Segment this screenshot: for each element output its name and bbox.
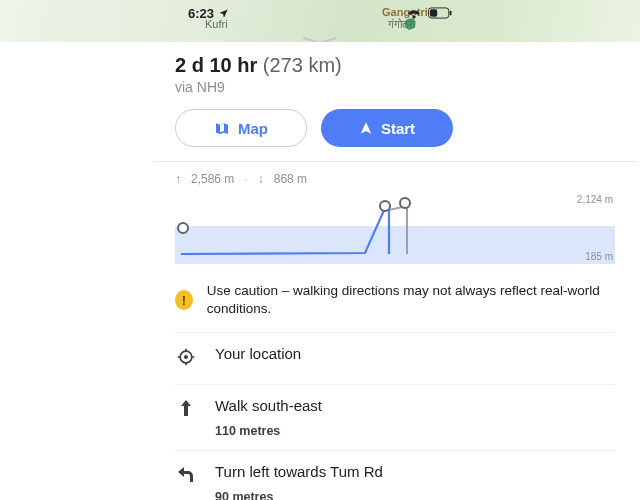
start-button[interactable]: Start: [321, 109, 453, 147]
descent-value: 868 m: [274, 172, 307, 186]
warning-icon: !: [175, 290, 193, 310]
divider: [153, 161, 637, 162]
route-title: 2 d 10 hr (273 km): [175, 54, 615, 77]
elevation-end-dot: [399, 197, 411, 209]
descent-icon: ↓: [258, 172, 264, 186]
map-button-label: Map: [238, 120, 268, 137]
elevation-line: [175, 194, 475, 264]
route-distance: (273 km): [263, 54, 342, 76]
location-services-icon: [218, 8, 229, 19]
start-button-label: Start: [381, 120, 415, 137]
screen: { "status_bar":{"time":"6:23","map_label…: [0, 0, 640, 500]
turn-left-icon: [175, 463, 197, 483]
direction-distance: 110 metres: [215, 424, 322, 438]
warning-text: Use caution – walking directions may not…: [207, 282, 615, 318]
locate-icon: [175, 345, 197, 367]
arrow-up-icon: [175, 397, 197, 417]
direction-title: Walk south-east: [215, 397, 322, 414]
route-duration: 2 d 10 hr: [175, 54, 257, 76]
elevation-summary: ↑2,586 m · ↓868 m: [175, 172, 615, 186]
map-button[interactable]: Map: [175, 109, 307, 147]
direction-step[interactable]: Turn left towards Tum Rd 90 metres: [175, 450, 615, 500]
direction-step[interactable]: Walk south-east 110 metres: [175, 384, 615, 450]
direction-distance: 90 metres: [215, 490, 383, 500]
ascent-value: 2,586 m: [191, 172, 234, 186]
status-time: 6:23: [188, 6, 214, 21]
direction-title: Your location: [215, 345, 301, 362]
direction-title: Turn left towards Tum Rd: [215, 463, 383, 480]
direction-step[interactable]: Your location: [175, 332, 615, 384]
battery-icon: [428, 7, 452, 19]
route-sheet: 2 d 10 hr (273 km) via NH9 Map Start ↑2,…: [0, 42, 640, 500]
wifi-icon: [406, 7, 422, 19]
elevation-waypoint-dot: [379, 200, 391, 212]
route-summary: 2 d 10 hr (273 km) via NH9: [175, 42, 615, 95]
map-icon: [214, 120, 230, 136]
elevation-chart[interactable]: 2,124 m 185 m: [175, 194, 615, 264]
elevation-start-dot: [177, 222, 189, 234]
svg-rect-2: [430, 9, 437, 16]
navigate-icon: [359, 121, 373, 135]
svg-rect-1: [450, 11, 452, 16]
walking-warning: ! Use caution – walking directions may n…: [175, 282, 615, 318]
action-row: Map Start: [175, 109, 615, 147]
ascent-icon: ↑: [175, 172, 181, 186]
svg-point-4: [184, 355, 188, 359]
route-via: via NH9: [175, 79, 615, 95]
elevation-min-label: 185 m: [585, 251, 613, 262]
status-bar: 6:23: [0, 4, 640, 22]
elevation-max-label: 2,124 m: [577, 194, 613, 205]
directions-list[interactable]: Your location Walk south-east 110 metres: [175, 332, 615, 500]
